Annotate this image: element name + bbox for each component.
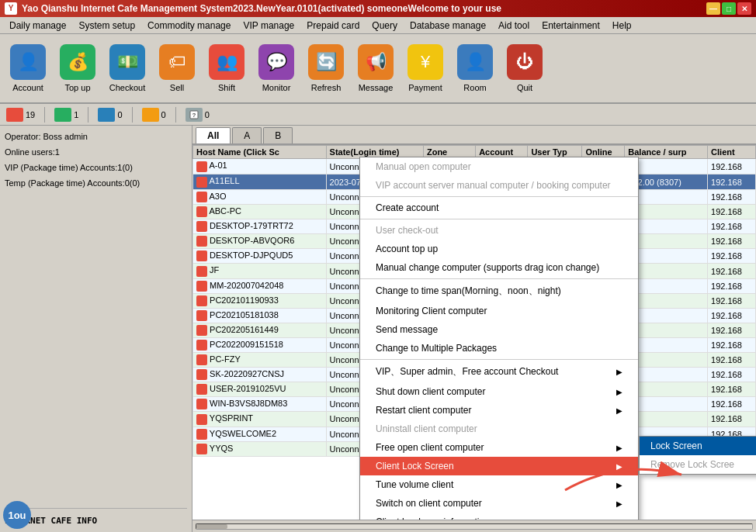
context-menu-item-label: Client Lock Screen — [376, 461, 454, 472]
main-area: Operator: Boss admin Online users:1 VIP … — [0, 126, 756, 532]
toolbar-btn-room[interactable]: 👤 Room — [452, 37, 498, 99]
context-menu-item-manual-change[interactable]: Manual change computer (supports drag ic… — [360, 258, 638, 277]
table-cell: 192.168 — [708, 412, 756, 427]
menu-item-daily-manage[interactable]: Daily manage — [3, 19, 72, 33]
submenu-arrow-icon: ▶ — [616, 444, 622, 452]
operator-label: Operator: Boss admin — [5, 130, 187, 143]
context-menu-item-label: Client hardware information — [376, 516, 490, 520]
maximize-button[interactable]: □ — [722, 2, 736, 15]
refresh-label: Refresh — [311, 83, 342, 92]
host-indicator — [196, 414, 207, 425]
host-name-cell: PC2022009151518 — [193, 337, 327, 352]
context-menu-item-restart-client[interactable]: Restart client computer▶ — [360, 401, 638, 420]
context-menu-item-client-hardware[interactable]: Client hardware information — [360, 513, 638, 520]
internet-info-text: INTERNET CAFE INFO — [5, 515, 187, 527]
message-icon: 📢 — [358, 44, 394, 80]
separator-0 — [44, 107, 45, 123]
menu-item-prepaid-card[interactable]: Prepaid card — [300, 19, 366, 33]
context-menu-item-client-lock[interactable]: Client Lock Screen▶ — [360, 457, 638, 475]
separator-3 — [175, 107, 176, 123]
toolbar-btn-shift[interactable]: 👥 Shift — [203, 37, 250, 99]
menu-item-database-manage[interactable]: Database manage — [404, 19, 492, 33]
vip-package-label: VIP (Package time) Accounts:1(0) — [5, 161, 187, 174]
indicator-count-0: 19 — [26, 110, 35, 119]
sub-context-menu-item-lock-screen[interactable]: Lock Screen — [640, 437, 756, 455]
toolbar-btn-quit[interactable]: ⏻ Quit — [501, 37, 548, 99]
toolbar-btn-payment[interactable]: ¥ Payment — [402, 37, 449, 99]
toolbar-btn-monitor[interactable]: 💬 Monitor — [253, 37, 300, 99]
table-header-cell[interactable]: Client — [708, 146, 756, 159]
host-indicator — [196, 192, 207, 202]
svg-text:?: ? — [192, 112, 196, 119]
checkout-icon: 💵 — [109, 44, 145, 80]
table-cell: 192.168 — [708, 323, 756, 337]
table-cell: 192.168 — [708, 397, 756, 412]
menu-item-entertainment[interactable]: Entertainment — [536, 19, 606, 33]
host-indicator — [196, 236, 207, 247]
host-indicator — [196, 295, 207, 306]
context-menu-item-vip-checkout[interactable]: VIP、Super admin、Free account Checkout▶ — [360, 361, 638, 382]
checkout-label: Checkout — [109, 83, 145, 92]
toolbar-btn-message[interactable]: 📢 Message — [352, 37, 399, 99]
online-users-label: Online users:1 — [5, 146, 187, 158]
indicator-box-4: ? — [186, 108, 203, 122]
window-title: Yao Qianshu Internet Cafe Management Sys… — [22, 3, 706, 14]
menu-item-help[interactable]: Help — [606, 19, 638, 33]
minimize-button[interactable]: — — [706, 2, 720, 15]
toolbar-btn-topup[interactable]: 💰 Top up — [54, 37, 101, 99]
host-indicator — [196, 369, 207, 380]
sell-label: Sell — [170, 83, 184, 92]
host-name-cell: JF — [193, 264, 327, 278]
context-menu-item-label: Free open client computer — [376, 442, 484, 453]
table-cell: 192.168 — [708, 308, 756, 323]
menu-item-system-setup[interactable]: System setup — [72, 19, 141, 33]
context-menu-item-create-account[interactable]: Create account — [360, 199, 638, 217]
host-name-cell: DESKTOP-179TRT72 — [193, 219, 327, 234]
context-menu-item-tune-volume[interactable]: Tune volume client▶ — [360, 475, 638, 494]
status-indicator-1: 1 — [54, 108, 78, 122]
host-indicator — [196, 429, 207, 440]
context-menu-separator — [360, 219, 638, 219]
close-button[interactable]: ✕ — [737, 2, 751, 15]
indicator-box-0 — [6, 108, 23, 122]
tab-all[interactable]: All — [196, 127, 231, 143]
indicator-count-1: 1 — [74, 110, 78, 119]
toolbar-btn-account[interactable]: 👤 Account — [5, 37, 51, 99]
indicator-count-4: 0 — [205, 110, 210, 119]
left-panel: Operator: Boss admin Online users:1 VIP … — [0, 126, 192, 532]
menu-item-vip-manage[interactable]: VIP manage — [237, 19, 300, 33]
tab-a[interactable]: A — [232, 127, 262, 143]
table-header-cell[interactable]: Host Name (Click Sc — [193, 146, 327, 159]
context-menu-item-switch-on[interactable]: Switch on client computer▶ — [360, 494, 638, 513]
context-menu-item-send-message[interactable]: Send message — [360, 320, 638, 339]
context-menu-item-monitoring-client[interactable]: Monitoring Client computer — [360, 302, 638, 320]
host-name-cell: USER-20191025VU — [193, 382, 327, 397]
toolbar-btn-checkout[interactable]: 💵 Checkout — [104, 37, 151, 99]
monitor-icon: 💬 — [258, 44, 294, 80]
refresh-icon: 🔄 — [308, 44, 344, 80]
context-menu-item-multiple-packages[interactable]: Change to Multiple Packages — [360, 339, 638, 358]
host-name-cell: ABC-PC — [193, 205, 327, 219]
toolbar-btn-sell[interactable]: 🏷 Sell — [154, 37, 200, 99]
table-cell: 192.168 — [708, 205, 756, 219]
menu-item-query[interactable]: Query — [366, 19, 404, 33]
context-menu-item-account-topup[interactable]: Account top up — [360, 240, 638, 258]
menu-item-commodity-manage[interactable]: Commodity manage — [141, 19, 237, 33]
menu-item-aid-tool[interactable]: Aid tool — [492, 19, 536, 33]
table-cell: 192.168 — [708, 264, 756, 278]
context-menu-item-change-timespan[interactable]: Change to time span(Morning、noon、night) — [360, 281, 638, 302]
host-indicator — [196, 250, 207, 261]
horizontal-scrollbar[interactable] — [192, 520, 756, 532]
tab-b[interactable]: B — [263, 127, 293, 143]
status-indicator-3: 0 — [142, 108, 166, 122]
context-menu-separator — [360, 359, 638, 360]
quit-label: Quit — [517, 83, 532, 92]
context-menu-item-shutdown-client[interactable]: Shut down client computer▶ — [360, 382, 638, 401]
toolbar-btn-refresh[interactable]: 🔄 Refresh — [303, 37, 349, 99]
table-cell: 192.168 — [708, 337, 756, 352]
payment-icon: ¥ — [407, 44, 443, 80]
context-menu-item-free-open[interactable]: Free open client computer▶ — [360, 438, 638, 457]
temp-package-label: Temp (Package time) Accounts:0(0) — [5, 177, 187, 189]
host-name-cell: YYQS — [193, 441, 327, 456]
submenu-arrow-icon: ▶ — [616, 368, 622, 376]
